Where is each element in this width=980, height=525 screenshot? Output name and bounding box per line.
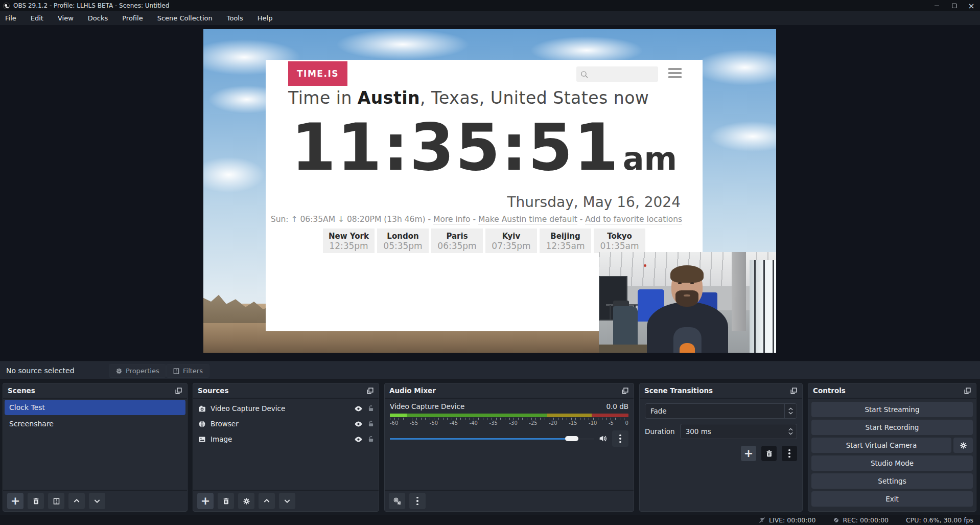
menu-item-tools[interactable]: Tools: [220, 11, 250, 25]
gear-icon: [960, 442, 967, 449]
eye-icon[interactable]: [354, 435, 363, 444]
dock-panels: Scenes Clock Test Screenshare +: [0, 379, 980, 515]
audio-mixer-panel: Audio Mixer Video Capture Device 0.0 dB …: [384, 383, 634, 512]
popout-icon[interactable]: [621, 387, 629, 395]
volume-slider[interactable]: [390, 436, 594, 441]
scene-move-up-button[interactable]: [68, 493, 85, 509]
remove-transition-button[interactable]: [761, 446, 777, 461]
popout-icon[interactable]: [964, 387, 971, 395]
separator: -: [470, 215, 478, 224]
city-time: 01:35am: [594, 241, 645, 251]
city-time: 12:35pm: [323, 241, 375, 251]
duration-value: 300 ms: [681, 427, 784, 436]
timeis-search-box: [576, 66, 658, 82]
transition-menu-button[interactable]: [782, 446, 797, 461]
more-info-link: More info: [433, 215, 470, 224]
source-item-image[interactable]: Image: [193, 431, 379, 447]
advanced-audio-button[interactable]: [389, 493, 405, 509]
menu-item-file[interactable]: File: [0, 11, 24, 25]
close-icon: ×: [968, 1, 974, 11]
minimize-button[interactable]: [928, 0, 945, 11]
city-card: London 05:35pm: [377, 229, 429, 253]
remove-source-button[interactable]: [218, 493, 234, 509]
source-move-down-button[interactable]: [279, 493, 295, 509]
unlock-icon[interactable]: [367, 436, 375, 443]
maximize-button[interactable]: [945, 0, 963, 11]
time-meridiem: am: [623, 140, 677, 177]
hamburger-icon: [668, 68, 682, 78]
city-card: Paris 06:35pm: [431, 229, 483, 253]
exit-button[interactable]: Exit: [811, 491, 973, 507]
filter-icon: [53, 497, 60, 505]
rec-off-icon: [833, 517, 839, 523]
webcam-preview: [599, 252, 776, 353]
add-transition-button[interactable]: +: [741, 446, 756, 461]
city-time: 07:35pm: [485, 241, 537, 251]
duration-spinner[interactable]: 300 ms: [680, 424, 797, 439]
unlock-icon[interactable]: [367, 405, 375, 412]
chevron-down-icon: [788, 432, 793, 435]
menu-item-view[interactable]: View: [51, 11, 81, 25]
popout-icon[interactable]: [366, 387, 374, 395]
chevron-up-icon: [788, 407, 793, 410]
volume-slider-handle[interactable]: [565, 436, 578, 441]
heading-city: Austin: [358, 88, 420, 108]
unlock-icon[interactable]: [367, 420, 375, 427]
current-date: Thursday, May 16, 2024: [507, 194, 681, 211]
close-button[interactable]: ×: [963, 0, 980, 11]
eye-icon[interactable]: [354, 404, 363, 413]
duration-label: Duration: [645, 427, 675, 436]
menu-item-help[interactable]: Help: [250, 11, 280, 25]
filters-button[interactable]: Filters: [166, 364, 209, 378]
transition-select[interactable]: Fade: [645, 403, 797, 419]
filters-label: Filters: [183, 367, 203, 375]
title-bar: OBS 29.1.2 - Profile: LLHLS BETA - Scene…: [0, 0, 980, 11]
mixer-menu-button[interactable]: [409, 493, 426, 509]
heading-prefix: Time in: [288, 88, 358, 108]
arrow-down-icon: [93, 497, 101, 505]
start-streaming-button[interactable]: Start Streaming: [811, 402, 973, 417]
source-properties-button[interactable]: [238, 493, 254, 509]
city-name: Beijing: [540, 232, 591, 241]
add-scene-button[interactable]: +: [7, 493, 24, 509]
cpu-fps-stats: CPU: 0.6%, 30.00 fps: [906, 516, 973, 524]
webcam-person-body: [647, 302, 729, 353]
webcam-pillar: [732, 252, 746, 331]
source-item-browser[interactable]: Browser: [193, 416, 379, 431]
trash-icon: [765, 450, 773, 458]
studio-mode-button[interactable]: Studio Mode: [811, 455, 973, 471]
scene-item-clock-test[interactable]: Clock Test: [5, 400, 185, 415]
source-item-video-capture[interactable]: Video Capture Device: [193, 401, 379, 416]
add-source-button[interactable]: +: [197, 493, 214, 509]
remove-scene-button[interactable]: [28, 493, 44, 509]
mixer-channel-menu-button[interactable]: [612, 430, 628, 447]
city-time: 05:35pm: [377, 241, 429, 251]
scene-filters-button[interactable]: [48, 493, 64, 509]
menu-item-scene-collection[interactable]: Scene Collection: [150, 11, 220, 25]
time-value: 11:35:51: [291, 110, 620, 185]
current-time: 11:35:51am: [266, 110, 703, 185]
live-timer: LIVE: 00:00:00: [769, 516, 815, 524]
virtual-camera-settings-button[interactable]: [953, 438, 973, 453]
kebab-icon: [416, 497, 418, 506]
arrow-up-icon: [73, 497, 81, 505]
menu-item-edit[interactable]: Edit: [24, 11, 51, 25]
city-name: Paris: [431, 232, 483, 241]
popout-icon[interactable]: [790, 387, 798, 395]
menu-item-profile[interactable]: Profile: [115, 11, 150, 25]
properties-button[interactable]: Properties: [109, 364, 166, 378]
start-virtual-camera-button[interactable]: Start Virtual Camera: [811, 438, 951, 453]
program-canvas[interactable]: TIME.IS Time in Austin, Texas, United St…: [203, 29, 776, 353]
city-card: Beijing 12:35am: [540, 229, 591, 253]
source-move-up-button[interactable]: [259, 493, 275, 509]
scene-item-screenshare[interactable]: Screenshare: [5, 416, 185, 431]
webcam-person-head: [671, 269, 703, 306]
eye-icon[interactable]: [354, 420, 363, 428]
settings-button[interactable]: Settings: [811, 473, 973, 489]
speaker-icon[interactable]: [598, 434, 608, 443]
scene-move-down-button[interactable]: [89, 493, 105, 509]
city-name: Kyiv: [485, 232, 537, 241]
menu-item-docks[interactable]: Docks: [81, 11, 115, 25]
popout-icon[interactable]: [175, 387, 182, 395]
start-recording-button[interactable]: Start Recording: [811, 420, 973, 435]
